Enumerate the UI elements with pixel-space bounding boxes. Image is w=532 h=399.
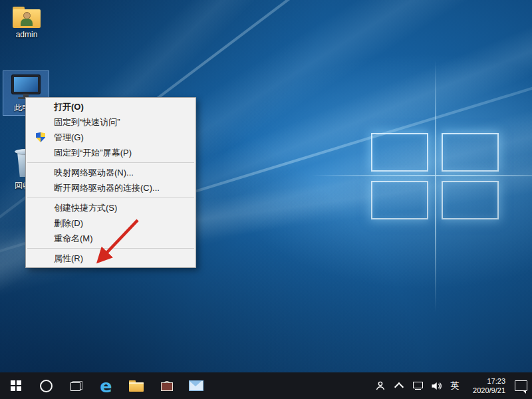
task-view-button[interactable] xyxy=(61,372,91,399)
cortana-search-button[interactable] xyxy=(31,372,61,399)
edge-browser-button[interactable]: e xyxy=(91,372,121,399)
menu-item-pin-quick-access[interactable]: 固定到“快速访问” xyxy=(26,114,196,130)
menu-item-label: 固定到“开始”屏幕(P) xyxy=(54,148,132,158)
menu-item-map-network-drive[interactable]: 映射网络驱动器(N)... xyxy=(26,165,196,180)
clock[interactable]: 17:23 2020/9/21 xyxy=(464,372,509,399)
menu-item-label: 删除(D) xyxy=(54,218,83,228)
computer-icon xyxy=(11,74,41,100)
menu-item-properties[interactable]: 属性(R) xyxy=(26,251,196,266)
volume-button[interactable] xyxy=(427,372,446,399)
menu-item-label: 重命名(M) xyxy=(54,233,93,243)
menu-item-pin-to-start[interactable]: 固定到“开始”屏幕(P) xyxy=(26,145,196,160)
start-button[interactable] xyxy=(0,372,31,399)
clock-time: 17:23 xyxy=(487,376,505,386)
menu-item-disconnect-network-drive[interactable]: 断开网络驱动器的连接(C)... xyxy=(26,180,196,196)
network-icon xyxy=(413,382,423,390)
people-button[interactable] xyxy=(371,372,390,399)
menu-item-label: 映射网络驱动器(N)... xyxy=(54,168,134,178)
taskbar: e xyxy=(0,372,532,399)
ime-label: 英 xyxy=(451,380,460,392)
menu-item-create-shortcut[interactable]: 创建快捷方式(S) xyxy=(26,200,196,215)
network-status-button[interactable] xyxy=(408,372,427,399)
edge-icon: e xyxy=(100,377,112,395)
menu-item-label: 固定到“快速访问” xyxy=(54,117,120,127)
chevron-up-icon xyxy=(394,382,404,392)
task-view-icon xyxy=(70,381,82,391)
menu-separator xyxy=(27,248,194,249)
mail-envelope-icon xyxy=(189,380,203,391)
uac-shield-icon xyxy=(36,132,45,142)
menu-item-label: 创建快捷方式(S) xyxy=(54,203,117,213)
icon-label: admin xyxy=(4,30,49,39)
menu-item-open[interactable]: 打开(O) xyxy=(26,99,196,114)
menu-item-label: 属性(R) xyxy=(54,253,83,263)
mail-button[interactable] xyxy=(181,372,211,399)
desktop-surface[interactable]: admin 此电脑 回收站 打开(O) 固定到“快速访问” 管理(G) 固定到“… xyxy=(0,0,532,372)
menu-separator xyxy=(27,198,194,198)
clock-date: 2020/9/21 xyxy=(473,386,505,395)
menu-item-label: 断开网络驱动器的连接(C)... xyxy=(54,183,160,193)
system-tray: 英 17:23 2020/9/21 xyxy=(371,372,532,399)
menu-item-label: 管理(G) xyxy=(54,132,84,142)
search-circle-icon xyxy=(40,380,53,392)
file-explorer-button[interactable] xyxy=(121,372,151,399)
user-folder-icon xyxy=(13,7,41,28)
people-icon xyxy=(375,380,386,391)
menu-separator xyxy=(27,162,194,163)
windows-logo-icon xyxy=(11,380,21,391)
folder-icon xyxy=(129,380,144,392)
menu-item-manage[interactable]: 管理(G) xyxy=(26,130,196,145)
speaker-icon xyxy=(431,381,442,391)
action-center-button[interactable] xyxy=(509,372,532,399)
store-bag-icon xyxy=(161,381,172,391)
action-center-icon xyxy=(515,380,527,391)
context-menu: 打开(O) 固定到“快速访问” 管理(G) 固定到“开始”屏幕(P) 映射网络驱… xyxy=(25,97,196,268)
show-hidden-icons-button[interactable] xyxy=(390,372,408,399)
ime-indicator[interactable]: 英 xyxy=(446,372,464,399)
desktop-icon-admin[interactable]: admin xyxy=(4,4,49,41)
menu-item-delete[interactable]: 删除(D) xyxy=(26,215,196,231)
menu-item-rename[interactable]: 重命名(M) xyxy=(26,231,196,246)
microsoft-store-button[interactable] xyxy=(151,372,181,399)
menu-item-label: 打开(O) xyxy=(54,102,84,112)
